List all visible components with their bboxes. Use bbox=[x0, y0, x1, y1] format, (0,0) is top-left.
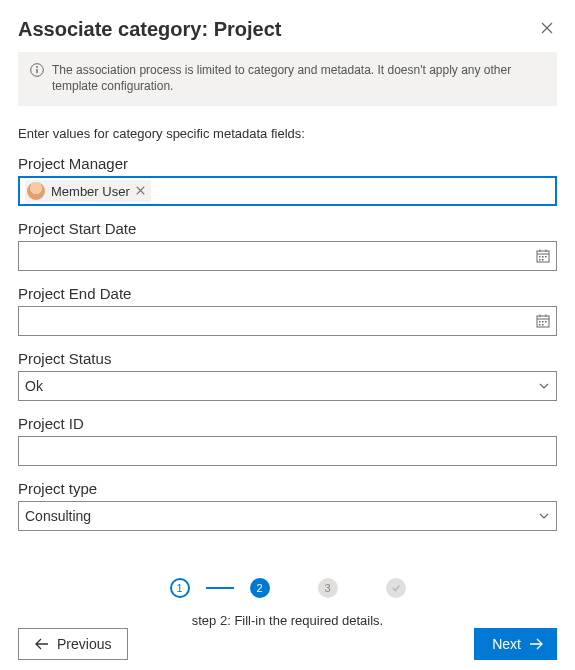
step-3: 3 bbox=[318, 578, 338, 598]
svg-rect-19 bbox=[539, 324, 541, 326]
svg-rect-9 bbox=[545, 256, 547, 258]
project-id-text[interactable] bbox=[25, 442, 550, 460]
svg-rect-18 bbox=[545, 321, 547, 323]
previous-button[interactable]: Previous bbox=[18, 628, 128, 660]
step-2: 2 bbox=[250, 578, 270, 598]
chip-remove-icon[interactable] bbox=[136, 184, 145, 198]
svg-rect-20 bbox=[542, 324, 544, 326]
info-text: The association process is limited to ca… bbox=[52, 62, 545, 94]
svg-rect-11 bbox=[542, 259, 544, 261]
svg-rect-2 bbox=[36, 69, 37, 73]
project-start-date-input[interactable] bbox=[18, 241, 557, 271]
info-icon bbox=[30, 63, 44, 94]
project-type-value: Consulting bbox=[25, 508, 91, 524]
project-status-value: Ok bbox=[25, 378, 43, 394]
project-start-date-text[interactable] bbox=[25, 247, 550, 265]
project-id-input[interactable] bbox=[18, 436, 557, 466]
svg-point-1 bbox=[36, 66, 38, 68]
project-end-date-text[interactable] bbox=[25, 312, 550, 330]
chevron-down-icon bbox=[538, 510, 550, 522]
svg-rect-16 bbox=[539, 321, 541, 323]
previous-label: Previous bbox=[57, 636, 111, 652]
step-caption: step 2: Fill-in the required details. bbox=[0, 613, 575, 628]
svg-rect-8 bbox=[542, 256, 544, 258]
step-final bbox=[386, 578, 406, 598]
info-banner: The association process is limited to ca… bbox=[18, 52, 557, 106]
project-id-label: Project ID bbox=[18, 415, 557, 432]
svg-rect-17 bbox=[542, 321, 544, 323]
project-type-label: Project type bbox=[18, 480, 557, 497]
project-type-select[interactable]: Consulting bbox=[18, 501, 557, 531]
project-status-label: Project Status bbox=[18, 350, 557, 367]
close-icon[interactable] bbox=[537, 16, 557, 42]
project-manager-input[interactable]: Member User bbox=[18, 176, 557, 206]
project-manager-label: Project Manager bbox=[18, 155, 557, 172]
step-line bbox=[206, 587, 234, 589]
project-end-date-input[interactable] bbox=[18, 306, 557, 336]
step-1: 1 bbox=[170, 578, 190, 598]
arrow-right-icon bbox=[529, 638, 543, 650]
step-indicator: 1 2 3 bbox=[0, 578, 575, 598]
next-label: Next bbox=[492, 636, 521, 652]
chevron-down-icon bbox=[538, 380, 550, 392]
svg-rect-7 bbox=[539, 256, 541, 258]
avatar bbox=[27, 182, 45, 200]
people-chip[interactable]: Member User bbox=[25, 180, 151, 202]
project-end-date-label: Project End Date bbox=[18, 285, 557, 302]
instruction-text: Enter values for category specific metad… bbox=[18, 126, 557, 141]
calendar-icon[interactable] bbox=[536, 249, 550, 263]
calendar-icon[interactable] bbox=[536, 314, 550, 328]
chip-name: Member User bbox=[51, 184, 130, 199]
project-status-select[interactable]: Ok bbox=[18, 371, 557, 401]
arrow-left-icon bbox=[35, 638, 49, 650]
svg-rect-10 bbox=[539, 259, 541, 261]
project-start-date-label: Project Start Date bbox=[18, 220, 557, 237]
next-button[interactable]: Next bbox=[474, 628, 557, 660]
page-title: Associate category: Project bbox=[18, 18, 281, 41]
